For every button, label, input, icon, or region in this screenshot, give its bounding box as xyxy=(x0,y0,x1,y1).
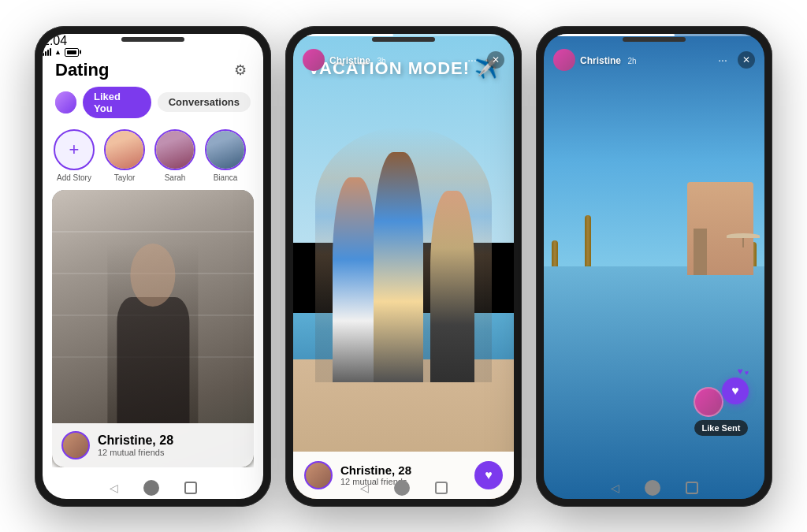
story-progress-3 xyxy=(553,34,755,36)
add-story-item[interactable]: + Add Story xyxy=(54,129,95,182)
bianca-label: Bianca xyxy=(214,173,238,182)
taylor-label: Taylor xyxy=(114,173,136,182)
phone-1: 2:04 ▲ Dating ⚙ xyxy=(35,26,271,507)
story-progress-fill-3 xyxy=(553,34,675,36)
heart-float-2: ♥ xyxy=(745,369,749,377)
more-options-btn-2[interactable]: ··· xyxy=(463,51,481,69)
add-story-label: Add Story xyxy=(57,173,91,182)
profile-name: Christine, 28 xyxy=(98,433,173,448)
close-story-btn-3[interactable]: ✕ xyxy=(738,51,755,69)
profile-info-bar: Christine, 28 12 mutual friends xyxy=(52,423,254,467)
story-sarah[interactable]: Sarah xyxy=(154,129,195,182)
building-window xyxy=(694,229,707,275)
profile-mini-avatar xyxy=(61,431,90,459)
story-actions-2: ··· ✕ xyxy=(463,51,504,69)
story-bianca[interactable]: Bianca xyxy=(205,129,246,182)
story-user-avatar-3 xyxy=(553,49,575,71)
person-silhouette xyxy=(107,244,198,424)
conversations-tab[interactable]: Conversations xyxy=(158,92,251,112)
tab-row: Liked You Conversations xyxy=(43,87,263,126)
phone-3: 🌴 🌴 🌴 🌴 xyxy=(536,26,772,507)
back-button-3[interactable]: ◁ xyxy=(611,482,619,494)
story-progress-2 xyxy=(303,34,504,36)
wifi-icon: ▲ xyxy=(54,48,61,56)
phone2-nav: ◁ xyxy=(285,480,522,496)
status-bar: 2:04 ▲ xyxy=(43,34,263,57)
time: 2:04 xyxy=(43,34,67,47)
story-user-details-3: Christine 2h xyxy=(580,53,637,67)
beach-background xyxy=(293,34,514,499)
home-button[interactable] xyxy=(143,480,159,496)
story-header-2: Christine 3h ··· ✕ xyxy=(293,41,514,77)
umbrella-area xyxy=(727,233,760,270)
story-username-3: Christine xyxy=(580,55,621,66)
sent-heart-icon: ♥ xyxy=(722,378,749,404)
back-button-2[interactable]: ◁ xyxy=(360,482,369,494)
story-screen-2: Christine 3h ··· ✕ VACATION MODE! ✈️ xyxy=(293,34,514,499)
home-button-2[interactable] xyxy=(394,480,410,496)
signal-icon xyxy=(43,48,51,56)
profile-text: Christine, 28 12 mutual friends xyxy=(98,433,173,457)
app-title: Dating xyxy=(55,60,109,80)
add-story-avatar: + xyxy=(54,129,95,170)
settings-icon[interactable]: ⚙ xyxy=(230,60,251,80)
taylor-avatar xyxy=(104,129,145,170)
profile-card[interactable]: Christine, 28 12 mutual friends xyxy=(52,190,254,467)
heart-float-1: ♥ xyxy=(738,366,743,377)
floating-hearts: ♥ ♥ xyxy=(738,366,749,377)
story-username-2: Christine xyxy=(329,55,370,66)
sarah-label: Sarah xyxy=(165,173,186,182)
story-progress-fill-2 xyxy=(303,34,393,36)
phone-2: Christine 3h ··· ✕ VACATION MODE! ✈️ xyxy=(285,26,522,507)
plus-icon: + xyxy=(55,131,93,169)
phone3-nav: ◁ xyxy=(536,480,772,496)
like-sent-label: Like Sent xyxy=(694,420,749,436)
story-screen-3: 🌴 🌴 🌴 🌴 xyxy=(544,34,764,499)
more-options-btn-3[interactable]: ··· xyxy=(714,51,731,69)
beach-people xyxy=(315,127,492,383)
profile-mutual: 12 mutual friends xyxy=(98,448,173,457)
back-button[interactable]: ◁ xyxy=(110,482,118,494)
recents-button[interactable] xyxy=(184,482,197,494)
recents-button-2[interactable] xyxy=(435,482,448,494)
story-user-info-3: Christine 2h xyxy=(553,49,637,71)
sarah-avatar xyxy=(154,129,195,170)
like-sent-overlay: ♥ ♥ ♥ Like Sent xyxy=(694,378,749,436)
stair-1 xyxy=(52,231,254,233)
status-icons: ▲ xyxy=(43,48,263,57)
story-taylor[interactable]: Taylor xyxy=(104,129,145,182)
story-profile-name-2: Christine, 28 xyxy=(340,463,411,477)
liked-you-tab[interactable]: Liked You xyxy=(83,87,151,118)
person-body xyxy=(117,297,189,423)
person-head xyxy=(130,244,176,307)
bianca-avatar xyxy=(205,129,246,170)
story-time-2: 3h xyxy=(377,57,385,65)
story-user-info-2: Christine 3h xyxy=(303,49,386,71)
like-sent-avatars: ♥ ♥ ♥ xyxy=(694,378,749,417)
sent-profile-avatar xyxy=(694,387,723,417)
home-button-3[interactable] xyxy=(645,480,660,496)
story-header-3: Christine 2h ··· ✕ xyxy=(544,41,764,77)
close-story-btn-2[interactable]: ✕ xyxy=(487,51,504,69)
story-user-details-2: Christine 3h xyxy=(329,53,386,67)
story-user-avatar-2 xyxy=(303,49,325,71)
story-time-3: 2h xyxy=(627,57,636,65)
user-avatar-tab xyxy=(55,91,76,113)
battery-icon xyxy=(65,48,79,57)
stories-row: + Add Story Taylor Sarah Bianc xyxy=(43,126,263,190)
story-actions-3: ··· ✕ xyxy=(714,51,755,69)
recents-button-3[interactable] xyxy=(686,482,698,494)
app-header: Dating ⚙ xyxy=(43,57,263,87)
phone1-nav: ◁ xyxy=(35,480,271,496)
